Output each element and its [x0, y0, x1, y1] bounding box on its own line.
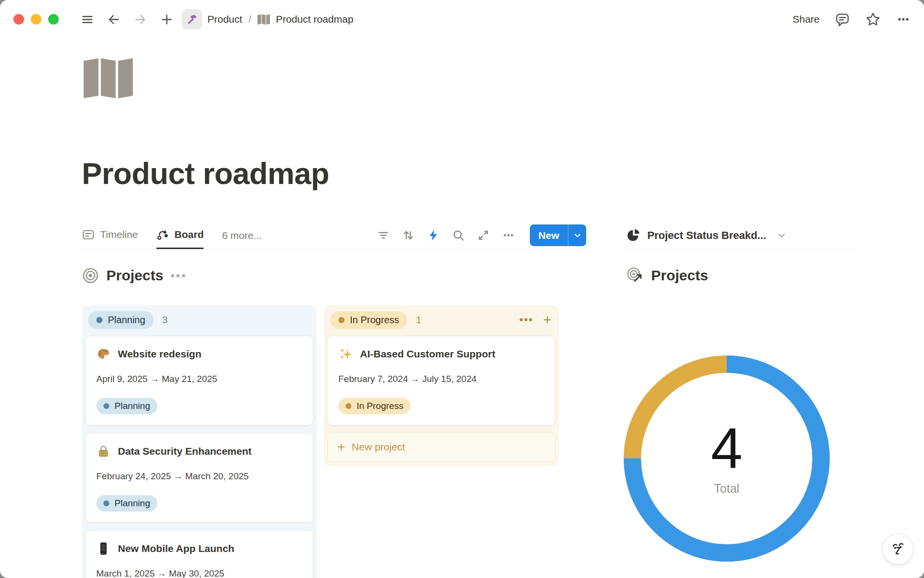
new-button-group: New — [530, 224, 586, 246]
view-tabs-bar: Timeline Board 6 more... — [82, 222, 586, 250]
ellipsis-icon — [896, 12, 911, 26]
more-options-button[interactable] — [896, 12, 911, 26]
ai-face-icon — [889, 540, 907, 558]
status-dot — [103, 500, 109, 506]
chevron-down-icon — [573, 231, 582, 240]
notion-ai-button[interactable] — [883, 534, 913, 565]
chart-panel-tab-bar: Project Status Breakd... — [627, 222, 856, 250]
tab-timeline-label: Timeline — [100, 229, 138, 240]
status-label: Planning — [115, 498, 150, 509]
chevron-down-icon — [776, 230, 787, 241]
column-menu-button[interactable]: ••• — [519, 314, 533, 326]
sort-icon — [402, 229, 415, 242]
mobile-phone-icon — [96, 541, 111, 556]
minimize-window-button[interactable] — [31, 14, 41, 25]
plus-icon: + — [337, 442, 345, 452]
status-label: Planning — [115, 401, 150, 411]
new-tab-button[interactable] — [160, 13, 173, 26]
main-content: Projects ••• Planning 3 Website redesign — [0, 250, 924, 578]
board-column-in-progress: In Progress 1 ••• + AI-Based Customer Su… — [324, 305, 559, 466]
card-title: New Mobile App Launch — [118, 542, 234, 555]
automations-button[interactable] — [427, 229, 440, 242]
new-button[interactable]: New — [530, 224, 568, 246]
chart-section-title: Projects — [651, 267, 708, 284]
views-row: Timeline Board 6 more... — [0, 222, 924, 250]
card-dates: April 9, 2025 → May 21, 2025 — [96, 374, 302, 384]
new-project-label: New project — [352, 441, 405, 453]
breadcrumb: Product / Product roadmap — [182, 9, 353, 29]
new-button-dropdown[interactable] — [568, 224, 586, 246]
hammer-icon — [185, 12, 199, 26]
board-column-planning: Planning 3 Website redesign April 9, 202… — [82, 305, 317, 578]
card-status-tag: Planning — [96, 398, 157, 414]
status-dot — [346, 403, 351, 409]
zoom-window-button[interactable] — [48, 14, 59, 25]
filter-button[interactable] — [377, 229, 390, 242]
hamburger-icon — [81, 13, 94, 26]
breadcrumb-page-label[interactable]: Product roadmap — [276, 13, 353, 25]
timeline-view-icon — [82, 228, 95, 241]
plus-icon — [160, 13, 173, 26]
forward-arrow-icon — [134, 13, 147, 26]
sidebar-menu-button[interactable] — [81, 13, 94, 26]
target-arrow-icon — [627, 267, 644, 284]
card-dates: March 1, 2025 → May 30, 2025 — [96, 568, 302, 578]
status-label: In Progress — [357, 401, 403, 411]
board-view: Projects ••• Planning 3 Website redesign — [82, 250, 586, 578]
board-section-menu[interactable]: ••• — [170, 273, 187, 278]
card-dates: February 7, 2024 → July 15, 2024 — [338, 374, 544, 384]
expand-button[interactable] — [477, 229, 490, 242]
tab-timeline[interactable]: Timeline — [82, 222, 138, 249]
ellipsis-icon — [502, 229, 515, 242]
board-section-title: Projects — [106, 267, 163, 284]
map-page-icon — [83, 57, 136, 100]
view-options-button[interactable] — [502, 229, 515, 242]
card-title: Data Security Enhancement — [118, 445, 252, 458]
comment-icon — [835, 12, 850, 27]
app-window: Product / Product roadmap Share Product … — [0, 0, 924, 578]
close-window-button[interactable] — [13, 14, 24, 25]
share-label: Share — [793, 13, 820, 25]
project-card-ai-support[interactable]: AI-Based Customer Support February 7, 20… — [327, 336, 555, 425]
tab-board[interactable]: Board — [156, 222, 204, 249]
project-card-data-security[interactable]: Data Security Enhancement February 24, 2… — [85, 433, 313, 523]
favorite-button[interactable] — [865, 12, 881, 27]
card-title: Website redesign — [118, 347, 202, 361]
chart-panel-tab-label: Project Status Breakd... — [647, 229, 766, 242]
pie-chart-icon — [627, 228, 641, 243]
card-status-tag: In Progress — [338, 398, 411, 414]
tab-project-status-breakdown[interactable]: Project Status Breakd... — [627, 228, 787, 243]
window-titlebar: Product / Product roadmap Share — [0, 0, 924, 39]
column-status-pill-in-progress[interactable]: In Progress — [330, 311, 407, 329]
column-count: 1 — [416, 314, 422, 326]
sparkles-icon — [338, 347, 353, 361]
view-toolbar: New — [377, 224, 586, 246]
breadcrumb-workspace-item[interactable] — [182, 9, 202, 29]
status-dot — [103, 403, 109, 409]
status-dot — [96, 317, 103, 323]
lock-icon — [96, 444, 111, 459]
forward-button[interactable] — [134, 13, 147, 26]
search-button[interactable] — [452, 229, 465, 242]
project-card-website-redesign[interactable]: Website redesign April 9, 2025 → May 21,… — [85, 336, 313, 425]
card-status-tag: Planning — [96, 495, 157, 512]
new-project-button[interactable]: + New project — [327, 432, 555, 462]
page-title[interactable]: Product roadmap — [82, 156, 924, 191]
filter-icon — [377, 229, 390, 242]
breadcrumb-workspace-label[interactable]: Product — [207, 13, 242, 25]
board-view-icon — [156, 228, 169, 241]
sort-button[interactable] — [402, 229, 415, 242]
chart-panel: Projects 4 Total — [627, 250, 860, 578]
search-icon — [452, 229, 465, 242]
project-card-mobile-app[interactable]: New Mobile App Launch March 1, 2025 → Ma… — [85, 530, 313, 578]
page-icon-button[interactable] — [83, 57, 136, 100]
share-button[interactable]: Share — [793, 13, 820, 25]
window-controls — [13, 14, 59, 25]
tab-more-views[interactable]: 6 more... — [222, 230, 262, 241]
column-add-card-button[interactable]: + — [543, 315, 552, 325]
status-label: Planning — [108, 315, 145, 326]
comments-button[interactable] — [835, 12, 850, 27]
column-status-pill-planning[interactable]: Planning — [88, 311, 154, 329]
back-button[interactable] — [107, 13, 120, 26]
donut-total-label: Total — [714, 482, 740, 496]
